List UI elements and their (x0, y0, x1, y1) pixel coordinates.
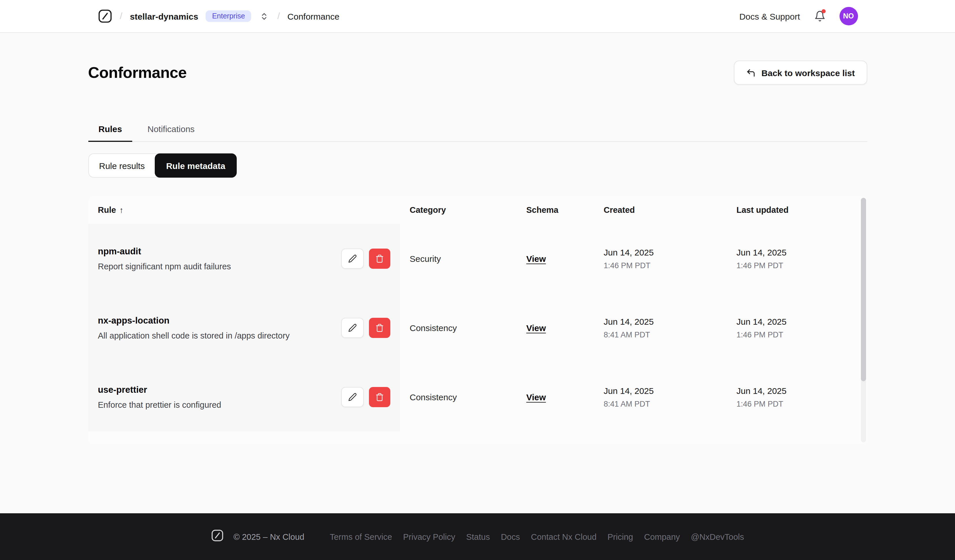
table-body: npm-audit Report significant npm audit f… (88, 224, 867, 431)
avatar-initials: NO (843, 12, 854, 20)
created-time: 1:46 PM PDT (604, 261, 650, 270)
docs-support-link[interactable]: Docs & Support (739, 11, 800, 21)
schema-view-link[interactable]: View (526, 392, 546, 402)
delete-rule-button[interactable] (369, 248, 390, 268)
delete-rule-button[interactable] (369, 318, 390, 338)
enterprise-badge: Enterprise (206, 10, 252, 22)
footer-link-status[interactable]: Status (466, 532, 490, 541)
return-arrow-icon (746, 68, 756, 78)
edit-rule-button[interactable] (341, 387, 363, 407)
nx-footer-logo (211, 529, 224, 544)
footer-link-privacy[interactable]: Privacy Policy (403, 532, 455, 541)
created-date: Jun 14, 2025 (604, 247, 654, 257)
back-to-workspace-list-button[interactable]: Back to workspace list (734, 61, 867, 85)
nx-logo-icon (211, 529, 224, 542)
trash-icon (375, 254, 384, 263)
notifications-button[interactable] (814, 10, 825, 22)
rule-category: Security (400, 224, 517, 293)
footer-link-company[interactable]: Company (644, 532, 680, 541)
delete-rule-button[interactable] (369, 387, 390, 407)
rule-text: nx-apps-location All application shell c… (98, 315, 290, 340)
rule-description: Enforce that prettier is configured (98, 400, 221, 409)
rule-name: nx-apps-location (98, 315, 290, 326)
chevrons-up-down-icon (260, 12, 269, 20)
nx-logo[interactable] (97, 9, 112, 23)
view-toggle: Rule results Rule metadata (88, 153, 237, 178)
schema-view-link[interactable]: View (526, 323, 546, 332)
schema-view-link[interactable]: View (526, 253, 546, 263)
rule-category: Consistency (400, 293, 517, 362)
footer-link-pricing[interactable]: Pricing (607, 532, 633, 541)
scrollbar-thumb[interactable] (861, 198, 866, 381)
footer-link-nxdevtools[interactable]: @NxDevTools (691, 532, 744, 541)
pencil-icon (348, 393, 357, 401)
nx-logo-icon (97, 9, 112, 23)
footer-link-terms[interactable]: Terms of Service (330, 532, 392, 541)
created-time: 8:41 AM PDT (604, 330, 650, 339)
breadcrumb-separator: / (120, 11, 122, 21)
trash-icon (375, 393, 384, 401)
table-header-row: Rule ↑ Category Schema Created Last upda… (88, 196, 867, 224)
notification-dot (821, 9, 825, 13)
back-button-label: Back to workspace list (762, 68, 855, 78)
pencil-icon (348, 323, 357, 332)
rule-name: npm-audit (98, 246, 231, 256)
edit-rule-button[interactable] (341, 248, 363, 268)
table-scrollbar[interactable] (861, 198, 866, 442)
updated-time: 1:46 PM PDT (736, 330, 783, 339)
breadcrumb-page: Conformance (288, 11, 340, 21)
page-footer: © 2025 – Nx Cloud Terms of Service Priva… (0, 513, 955, 560)
table-row: use-prettier Enforce that prettier is co… (88, 362, 867, 431)
workspace-switcher-button[interactable] (259, 11, 270, 22)
edit-rule-button[interactable] (341, 318, 363, 338)
created-date: Jun 14, 2025 (604, 316, 654, 326)
rule-results-toggle[interactable]: Rule results (89, 154, 155, 177)
copyright-text: © 2025 – Nx Cloud (233, 532, 304, 541)
pencil-icon (348, 254, 357, 263)
column-header-created[interactable]: Created (594, 196, 726, 224)
rule-description: Report significant npm audit failures (98, 262, 231, 271)
column-header-category[interactable]: Category (400, 196, 517, 224)
footer-links: Terms of Service Privacy Policy Status D… (330, 532, 744, 541)
trash-icon (375, 323, 384, 332)
rules-table: Rule ↑ Category Schema Created Last upda… (88, 196, 867, 444)
rule-metadata-toggle[interactable]: Rule metadata (155, 153, 237, 178)
column-header-schema[interactable]: Schema (517, 196, 594, 224)
updated-date: Jun 14, 2025 (736, 316, 787, 326)
rule-text: use-prettier Enforce that prettier is co… (98, 384, 221, 409)
arrow-up-icon: ↑ (119, 205, 124, 215)
footer-link-contact[interactable]: Contact Nx Cloud (531, 532, 596, 541)
top-navigation: / stellar-dynamics Enterprise / Conforma… (0, 0, 955, 33)
column-header-last-updated[interactable]: Last updated (726, 196, 867, 224)
updated-time: 1:46 PM PDT (736, 399, 783, 408)
rule-description: All application shell code is stored in … (98, 331, 290, 340)
rule-name: use-prettier (98, 384, 221, 395)
updated-date: Jun 14, 2025 (736, 385, 787, 395)
footer-link-docs[interactable]: Docs (501, 532, 520, 541)
main-content: Conformance Back to workspace list Rules… (88, 61, 867, 444)
created-time: 8:41 AM PDT (604, 399, 650, 408)
updated-date: Jun 14, 2025 (736, 247, 787, 257)
user-avatar[interactable]: NO (839, 7, 858, 25)
page-title: Conformance (88, 64, 186, 82)
tab-rules[interactable]: Rules (88, 117, 133, 142)
breadcrumb-separator: / (277, 11, 280, 21)
tab-bar: Rules Notifications (88, 117, 867, 142)
breadcrumb-workspace[interactable]: stellar-dynamics (130, 11, 198, 21)
rule-text: npm-audit Report significant npm audit f… (98, 246, 231, 271)
table-row: nx-apps-location All application shell c… (88, 293, 867, 362)
created-date: Jun 14, 2025 (604, 385, 654, 395)
updated-time: 1:46 PM PDT (736, 261, 783, 270)
tab-notifications[interactable]: Notifications (137, 117, 205, 141)
column-header-rule[interactable]: Rule ↑ (88, 196, 400, 224)
rule-category: Consistency (400, 362, 517, 431)
app: / stellar-dynamics Enterprise / Conforma… (0, 0, 955, 560)
table-row: npm-audit Report significant npm audit f… (88, 224, 867, 293)
